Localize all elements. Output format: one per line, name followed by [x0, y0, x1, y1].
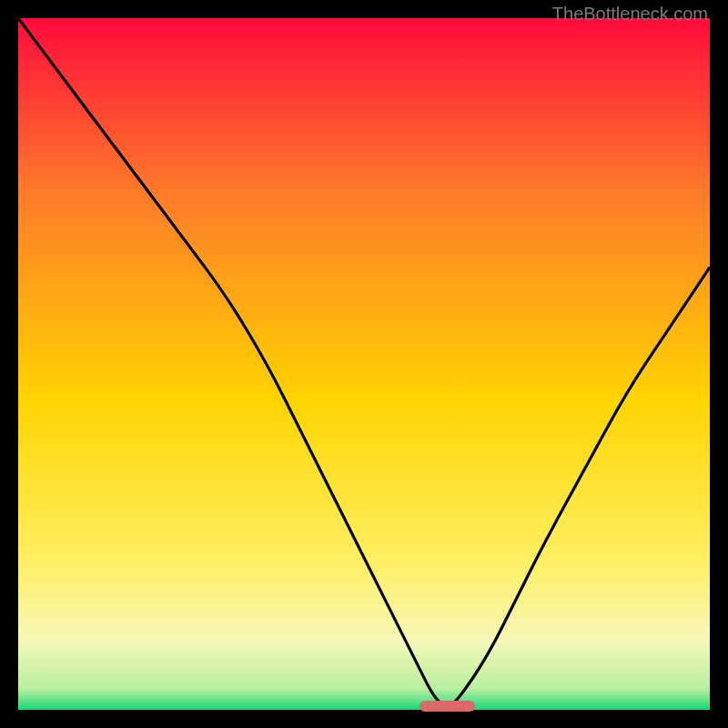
- chart-container: TheBottleneck.com: [0, 0, 728, 728]
- optimal-marker: [420, 701, 475, 712]
- plot-area: [18, 18, 710, 710]
- watermark-text: TheBottleneck.com: [552, 4, 708, 25]
- bottleneck-curve: [18, 18, 710, 710]
